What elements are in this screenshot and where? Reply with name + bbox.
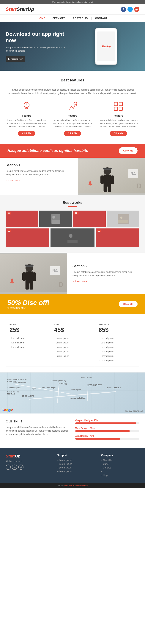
- work-item-7[interactable]: 55: [96, 228, 140, 247]
- skills-description: Hacque adfabilitate confisus cum eadem p…: [6, 426, 70, 436]
- footer-company-title: Company: [101, 454, 140, 457]
- svg-rect-7: [119, 107, 122, 110]
- work-item-3[interactable]: 55: [73, 210, 106, 227]
- skills-text: Our skills Hacque adfabilitate confisus …: [6, 419, 70, 442]
- basic-feature-3: Lorem Ipsum: [10, 345, 46, 350]
- google-play-button[interactable]: ▶ Google Play: [6, 56, 25, 62]
- best-works-title: Best works: [6, 200, 140, 205]
- nav-contact[interactable]: CONTACT: [92, 17, 111, 20]
- footer-googleplus-icon[interactable]: g+: [18, 464, 24, 470]
- section1-text: Section 1 Hacque adfabilitate confisus c…: [0, 158, 78, 195]
- works-row-1: 55 55: [6, 210, 140, 227]
- work-item-4[interactable]: [107, 210, 140, 227]
- svg-rect-39: [30, 283, 33, 290]
- work-item-2[interactable]: [39, 210, 72, 227]
- pricing-basic: BASIC 25$ Lorem Ipsum Lorem Ipsum Lorem …: [6, 320, 50, 367]
- feature-1-icon: [21, 101, 32, 112]
- svg-rect-12: [100, 175, 104, 184]
- svg-rect-28: [118, 220, 128, 223]
- section2-image: 94 D: [0, 253, 67, 294]
- footer-twitter-icon[interactable]: tw: [12, 464, 17, 470]
- section2-text: Section 2 Hacque adfabilitate confisus c…: [67, 253, 145, 294]
- svg-point-1: [26, 104, 28, 105]
- nav: HOME | SERVICES | PORTFOLIO | CONTACT: [0, 14, 145, 22]
- works-row-2: 55 55: [6, 228, 140, 247]
- work-item-6[interactable]: [50, 228, 94, 247]
- feature-3-icon: [113, 101, 124, 112]
- work-badge-3: 55: [74, 212, 78, 214]
- phone-mockup: StartUp: [95, 28, 117, 65]
- basic-plan-name: BASIC: [10, 324, 46, 326]
- svg-rect-5: [119, 102, 122, 106]
- facebook-icon[interactable]: f: [121, 7, 126, 12]
- pro-feature-4: Lorem Ipsum: [54, 350, 91, 354]
- nav-home[interactable]: HOME: [34, 17, 48, 20]
- hero-title: Download our app right now: [6, 31, 72, 44]
- play-icon: ▶: [8, 58, 10, 60]
- feature-2: Feature Hacque adfabilitate c onfisus cu…: [52, 101, 94, 136]
- basic-plan-price: 25$: [10, 326, 46, 333]
- pro-feature-1: Lorem Ipsum: [54, 336, 91, 340]
- feature-1-button[interactable]: Click Me: [18, 131, 36, 136]
- google-play-label: Google Play: [11, 58, 22, 60]
- top-banner-link[interactable]: cliquez ici: [84, 1, 93, 3]
- section1: Section 1 Hacque adfabilitate confisus c…: [0, 158, 145, 195]
- phone-screen: StartUp: [97, 32, 115, 61]
- pro-plan-name: PRO: [54, 324, 91, 326]
- section2-description: Hacque adfabilitate confisus cum eadem p…: [72, 270, 140, 278]
- skill-web-label: Web Design - 85%: [75, 427, 140, 430]
- discount-subtitle: *Limited time offer: [8, 307, 50, 309]
- skill-graphic-label: Graphic Design - 95%: [75, 419, 140, 422]
- svg-point-30: [69, 234, 72, 238]
- nav-portfolio[interactable]: PORTFOLIO: [70, 17, 91, 20]
- skill-web-design: Web Design - 85%: [75, 427, 140, 432]
- cta-button[interactable]: Click Me: [119, 148, 138, 154]
- advanced-feature-4: Lorem Ipsum: [98, 350, 136, 354]
- map-street-label-10: Musée Carnavalet ●: [87, 384, 102, 386]
- svg-text:D: D: [136, 182, 142, 190]
- twitter-icon[interactable]: t: [128, 7, 133, 12]
- section1-learn-more[interactable]: → Learn more: [6, 179, 20, 182]
- top-banner-text: Pour consulter la version en ligne,: [52, 1, 83, 3]
- footer-company-1: About Us: [101, 459, 140, 462]
- map-placeholder: Paris LE MARAIS ÎLE DE LA CITÉ ST GERVAI…: [0, 372, 145, 414]
- map-street-label-13: Memorial de la Shoah: [70, 397, 86, 399]
- advanced-plan-name: ADVANCED: [98, 324, 136, 326]
- feature-2-desc: Hacque adfabilitate c onfisus cum eadem …: [52, 119, 94, 128]
- svg-rect-4: [114, 102, 118, 106]
- feature-3: Feature Hacque adfabilitate c onfisus cu…: [97, 101, 140, 136]
- nav-services[interactable]: SERVICES: [49, 17, 69, 20]
- features-intro: Hacque adfabilitate confisus cum eadem p…: [6, 88, 140, 95]
- pricing-section: BASIC 25$ Lorem Ipsum Lorem Ipsum Lorem …: [0, 314, 145, 372]
- skills-section: Our skills Hacque adfabilitate confisus …: [0, 414, 145, 448]
- work-item-1[interactable]: 55: [6, 210, 38, 227]
- header: StartStartUp f t g+: [0, 4, 145, 14]
- advanced-feature-1: Lorem Ipsum: [98, 336, 136, 340]
- section2-learn-more[interactable]: → Learn more: [72, 280, 140, 283]
- footer-company-4: [101, 470, 140, 473]
- svg-rect-37: [32, 272, 36, 281]
- section1-description: Hacque adfabilitate confisus cum eadem p…: [6, 170, 72, 176]
- skill-graphic-bar-fill: [75, 422, 136, 424]
- feature-3-button[interactable]: Click Me: [110, 131, 127, 136]
- pro-features: Lorem Ipsum Lorem Ipsum Lorem Ipsum Lore…: [54, 336, 91, 358]
- map-street-label-9: Musée Cognacq Jay ●: [51, 380, 68, 382]
- work-item-5[interactable]: 55: [6, 228, 50, 247]
- footer-facebook-icon[interactable]: f: [6, 464, 11, 470]
- svg-rect-35: [26, 272, 33, 284]
- skill-app-label: App Design - 70%: [75, 435, 140, 437]
- feature-2-button[interactable]: Click Me: [64, 131, 81, 136]
- logo: StartStartUp: [6, 6, 34, 12]
- discount-section: 50% Disc off! *Limited time offer Click …: [0, 294, 145, 314]
- map-copyright: Map data ©2017 Google: [125, 410, 144, 412]
- skill-graphic-bar-bg: [75, 422, 140, 424]
- skill-web-bar-fill: [75, 430, 130, 432]
- map-google-logo: Google: [2, 408, 13, 412]
- googleplus-icon[interactable]: g+: [134, 7, 140, 12]
- work-badge-7: 55: [97, 230, 101, 232]
- discount-button[interactable]: Click Me: [119, 301, 138, 307]
- footer-support-list: Lorem ipsum Lorem ipsum Lorem ipsum Lore…: [57, 459, 96, 473]
- footer-logo: StartUp: [6, 454, 52, 458]
- footer-company-2: Carrer: [101, 463, 140, 465]
- footer-bottom-link[interactable]: click here to view in browser: [64, 485, 88, 487]
